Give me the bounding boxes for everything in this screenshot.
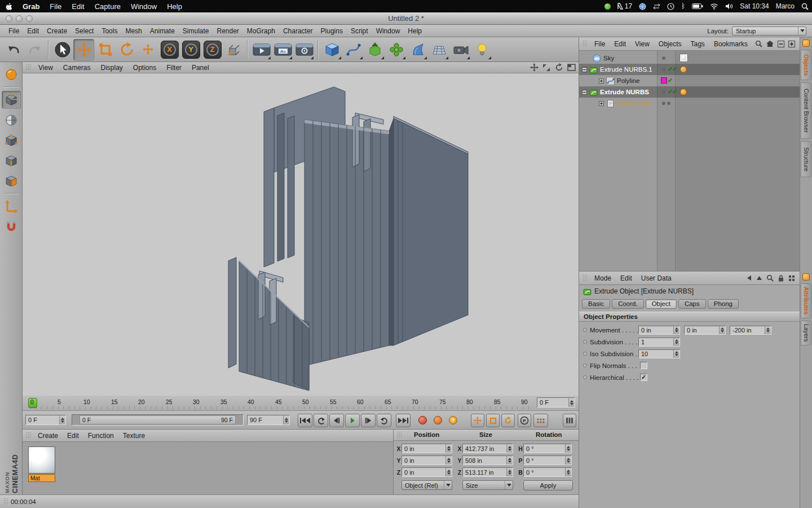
key-parameter-toggle[interactable]: P [518, 414, 531, 427]
plus-box-icon[interactable] [788, 41, 795, 47]
coord-mode-dropdown[interactable]: Object (Rel) [401, 480, 452, 490]
menu-file[interactable]: File [5, 27, 23, 35]
tree-item-sky[interactable]: Sky [579, 52, 800, 64]
menu-plugins[interactable]: Plugins [317, 27, 347, 35]
history-up-icon[interactable] [756, 275, 762, 281]
mac-menu-help[interactable]: Help [162, 0, 187, 12]
menu-select[interactable]: Select [71, 27, 98, 35]
volume-indicator[interactable] [722, 3, 736, 10]
axis-workplane-button[interactable] [2, 198, 21, 215]
collapse-expander-icon[interactable] [582, 67, 587, 72]
menu-script[interactable]: Script [347, 27, 372, 35]
viewport-canvas[interactable] [23, 73, 579, 396]
child-connector-icon[interactable] [599, 78, 604, 84]
visibility-dot[interactable] [662, 90, 665, 94]
om-menu-tags[interactable]: Tags [686, 40, 709, 48]
enabled-check-icon[interactable]: ✓ [668, 77, 673, 84]
play-backward-button[interactable] [314, 414, 328, 427]
mat-menu-texture[interactable]: Texture [118, 432, 149, 440]
sync-indicator[interactable] [650, 3, 664, 10]
panel-drag-handle[interactable] [3, 498, 8, 505]
battery-indicator[interactable] [689, 3, 707, 9]
om-menu-objects[interactable]: Objects [654, 40, 686, 48]
panel-drag-handle[interactable] [26, 64, 31, 71]
field-stepper[interactable] [445, 456, 452, 465]
mat-menu-create[interactable]: Create [33, 432, 63, 440]
rotate-tool[interactable] [116, 39, 137, 60]
tab-layers[interactable]: Layers [801, 321, 811, 345]
tab-caps[interactable]: Caps [678, 299, 706, 309]
move-tool[interactable] [73, 39, 94, 60]
input-source-indicator[interactable]: 17 [614, 2, 636, 10]
search-icon[interactable] [755, 40, 762, 47]
edge-mode-button[interactable] [2, 152, 21, 169]
field-stepper[interactable] [445, 468, 452, 476]
key-rotation-toggle[interactable] [501, 414, 515, 427]
texture-tag-icon[interactable] [679, 54, 688, 62]
home-icon[interactable] [766, 41, 774, 47]
position-x-field[interactable]: 0 in [401, 444, 452, 453]
vp-menu-view[interactable]: View [33, 64, 58, 72]
texture-mode-button[interactable] [2, 111, 21, 129]
minus-box-icon[interactable] [778, 41, 784, 47]
mac-menu-edit[interactable]: Edit [67, 0, 89, 12]
viewport-rotate-button[interactable] [554, 63, 564, 72]
panel-drag-handle[interactable] [26, 432, 31, 439]
field-stepper[interactable] [565, 456, 571, 465]
panel-drag-handle[interactable] [582, 274, 588, 282]
bluetooth-indicator[interactable]: ᛒ [678, 2, 689, 10]
minimize-window-button[interactable] [16, 15, 23, 22]
material-swatch[interactable] [28, 446, 55, 474]
field-stepper[interactable] [673, 350, 679, 358]
zoom-window-button[interactable] [26, 15, 33, 22]
mat-menu-function[interactable]: Function [83, 432, 118, 440]
add-deformer-button[interactable] [407, 39, 428, 60]
hierarchical-checkbox[interactable]: ✓ [640, 374, 647, 381]
menubar-app-name[interactable]: Grab [17, 0, 45, 12]
key-scale-toggle[interactable] [486, 414, 500, 427]
movement-x-field[interactable]: 0 in [638, 326, 680, 335]
viewport-zoom-button[interactable] [541, 63, 551, 72]
add-modeling-object-button[interactable] [386, 39, 407, 60]
phong-tag-icon[interactable] [680, 66, 687, 73]
keyframe-selection-button[interactable]: ? [449, 416, 457, 424]
layout-dropdown[interactable]: Startup [732, 27, 806, 36]
tab-structure[interactable]: Structure [801, 141, 811, 177]
subdivision-field[interactable]: 1 [638, 338, 680, 347]
om-menu-edit[interactable]: Edit [610, 40, 630, 48]
autokey-button[interactable] [434, 416, 442, 424]
add-cube-button[interactable] [321, 39, 342, 60]
field-stepper[interactable] [506, 444, 513, 453]
menu-animate[interactable]: Animate [146, 27, 179, 35]
range-end-field[interactable]: 90 F [247, 415, 290, 425]
wifi-indicator[interactable] [707, 3, 722, 10]
polygon-mode-button[interactable] [2, 172, 21, 190]
collapse-expander-icon[interactable] [582, 90, 587, 95]
vp-menu-panel[interactable]: Panel [187, 64, 214, 72]
viewport-pan-button[interactable] [529, 63, 539, 72]
lock-z-axis-button[interactable]: Z [202, 39, 223, 60]
position-y-field[interactable]: 0 in [401, 456, 452, 465]
loop-mode-button[interactable] [377, 414, 391, 427]
menu-mesh[interactable]: Mesh [121, 27, 145, 35]
redo-button[interactable] [24, 39, 45, 60]
keyframe-dot-icon[interactable] [583, 375, 587, 379]
coord-size-dropdown[interactable]: Size [462, 480, 513, 490]
mac-menu-capture[interactable]: Capture [90, 0, 126, 12]
menubar-user[interactable]: Marco [773, 2, 798, 10]
next-frame-button[interactable] [361, 414, 376, 427]
close-window-button[interactable] [6, 15, 12, 22]
iso-subdivision-field[interactable]: 10 [638, 349, 680, 358]
attr-menu-userdata[interactable]: User Data [637, 274, 676, 282]
grid-icon[interactable] [788, 275, 795, 282]
child-connector-icon[interactable] [599, 101, 604, 106]
apply-button[interactable]: Apply [523, 480, 573, 491]
menu-help[interactable]: Help [404, 27, 426, 35]
field-stepper[interactable] [565, 468, 571, 476]
tab-attributes[interactable]: Attributes [801, 283, 811, 318]
scale-tool[interactable] [95, 39, 116, 60]
mac-menu-window[interactable]: Window [126, 0, 162, 12]
play-button[interactable] [345, 414, 360, 427]
attr-menu-edit[interactable]: Edit [616, 274, 637, 282]
range-start-field[interactable]: 0 F [25, 415, 66, 425]
